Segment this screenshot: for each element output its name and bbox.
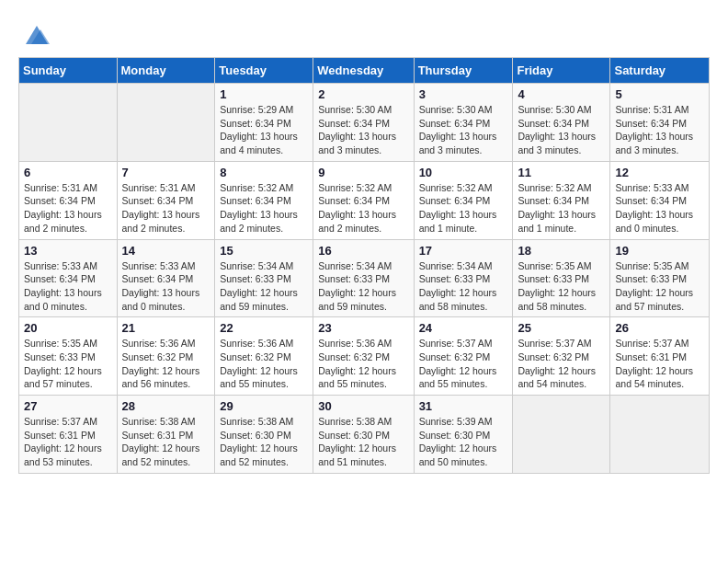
day-info: Sunrise: 5:31 AM Sunset: 6:34 PM Dayligh… xyxy=(122,181,210,236)
day-info: Sunrise: 5:29 AM Sunset: 6:34 PM Dayligh… xyxy=(220,103,308,157)
page-header xyxy=(18,18,710,48)
calendar-cell xyxy=(117,84,215,162)
day-info: Sunrise: 5:34 AM Sunset: 6:33 PM Dayligh… xyxy=(318,259,408,314)
day-number: 9 xyxy=(318,166,408,179)
day-number: 11 xyxy=(518,166,605,179)
calendar-cell: 1Sunrise: 5:29 AM Sunset: 6:34 PM Daylig… xyxy=(215,84,313,162)
day-info: Sunrise: 5:31 AM Sunset: 6:34 PM Dayligh… xyxy=(24,181,112,236)
day-info: Sunrise: 5:39 AM Sunset: 6:30 PM Dayligh… xyxy=(419,415,508,469)
calendar-week-row: 1Sunrise: 5:29 AM Sunset: 6:34 PM Daylig… xyxy=(19,84,710,162)
day-info: Sunrise: 5:31 AM Sunset: 6:34 PM Dayligh… xyxy=(615,103,704,157)
day-number: 2 xyxy=(318,87,408,101)
day-info: Sunrise: 5:32 AM Sunset: 6:34 PM Dayligh… xyxy=(220,181,308,236)
calendar-cell: 31Sunrise: 5:39 AM Sunset: 6:30 PM Dayli… xyxy=(414,396,513,474)
day-number: 29 xyxy=(220,399,308,413)
calendar-cell: 14Sunrise: 5:33 AM Sunset: 6:34 PM Dayli… xyxy=(117,239,215,317)
calendar-cell: 12Sunrise: 5:33 AM Sunset: 6:34 PM Dayli… xyxy=(610,161,710,239)
calendar-cell: 18Sunrise: 5:35 AM Sunset: 6:33 PM Dayli… xyxy=(513,239,610,317)
calendar-cell: 7Sunrise: 5:31 AM Sunset: 6:34 PM Daylig… xyxy=(117,161,215,239)
calendar-cell: 24Sunrise: 5:37 AM Sunset: 6:32 PM Dayli… xyxy=(414,317,513,396)
day-number: 31 xyxy=(419,399,508,413)
day-info: Sunrise: 5:37 AM Sunset: 6:31 PM Dayligh… xyxy=(615,337,704,391)
day-number: 27 xyxy=(24,399,112,413)
calendar-cell: 10Sunrise: 5:32 AM Sunset: 6:34 PM Dayli… xyxy=(414,161,513,239)
calendar-body: 1Sunrise: 5:29 AM Sunset: 6:34 PM Daylig… xyxy=(19,84,710,474)
calendar-cell: 9Sunrise: 5:32 AM Sunset: 6:34 PM Daylig… xyxy=(313,161,414,239)
day-number: 17 xyxy=(419,244,508,258)
calendar-cell: 26Sunrise: 5:37 AM Sunset: 6:31 PM Dayli… xyxy=(610,317,710,396)
day-info: Sunrise: 5:37 AM Sunset: 6:31 PM Dayligh… xyxy=(24,415,112,469)
calendar-cell xyxy=(610,396,710,474)
day-info: Sunrise: 5:37 AM Sunset: 6:32 PM Dayligh… xyxy=(419,337,508,391)
day-number: 3 xyxy=(419,87,508,101)
day-info: Sunrise: 5:38 AM Sunset: 6:31 PM Dayligh… xyxy=(122,415,210,469)
day-info: Sunrise: 5:33 AM Sunset: 6:34 PM Dayligh… xyxy=(24,259,112,314)
calendar-cell: 27Sunrise: 5:37 AM Sunset: 6:31 PM Dayli… xyxy=(19,396,118,474)
calendar-cell: 29Sunrise: 5:38 AM Sunset: 6:30 PM Dayli… xyxy=(215,396,313,474)
calendar-cell: 4Sunrise: 5:30 AM Sunset: 6:34 PM Daylig… xyxy=(513,84,610,162)
day-number: 20 xyxy=(24,321,112,335)
calendar-cell xyxy=(19,84,118,162)
calendar-week-row: 13Sunrise: 5:33 AM Sunset: 6:34 PM Dayli… xyxy=(19,239,710,317)
day-info: Sunrise: 5:37 AM Sunset: 6:32 PM Dayligh… xyxy=(518,337,605,391)
day-number: 1 xyxy=(220,87,308,101)
calendar-cell: 3Sunrise: 5:30 AM Sunset: 6:34 PM Daylig… xyxy=(414,84,513,162)
calendar-cell xyxy=(513,396,610,474)
calendar-cell: 16Sunrise: 5:34 AM Sunset: 6:33 PM Dayli… xyxy=(313,239,414,317)
day-info: Sunrise: 5:34 AM Sunset: 6:33 PM Dayligh… xyxy=(419,259,508,314)
day-info: Sunrise: 5:30 AM Sunset: 6:34 PM Dayligh… xyxy=(419,103,508,157)
day-number: 7 xyxy=(122,166,210,179)
day-info: Sunrise: 5:32 AM Sunset: 6:34 PM Dayligh… xyxy=(518,181,605,236)
day-info: Sunrise: 5:35 AM Sunset: 6:33 PM Dayligh… xyxy=(615,259,704,314)
day-number: 10 xyxy=(419,166,508,179)
calendar-cell: 17Sunrise: 5:34 AM Sunset: 6:33 PM Dayli… xyxy=(414,239,513,317)
calendar-week-row: 6Sunrise: 5:31 AM Sunset: 6:34 PM Daylig… xyxy=(19,161,710,239)
day-number: 13 xyxy=(24,244,112,258)
day-info: Sunrise: 5:36 AM Sunset: 6:32 PM Dayligh… xyxy=(122,337,210,391)
calendar-cell: 2Sunrise: 5:30 AM Sunset: 6:34 PM Daylig… xyxy=(313,84,414,162)
day-info: Sunrise: 5:34 AM Sunset: 6:33 PM Dayligh… xyxy=(220,259,308,314)
calendar-cell: 6Sunrise: 5:31 AM Sunset: 6:34 PM Daylig… xyxy=(19,161,118,239)
weekday-header: Sunday xyxy=(19,58,118,84)
day-number: 28 xyxy=(122,399,210,413)
calendar-cell: 11Sunrise: 5:32 AM Sunset: 6:34 PM Dayli… xyxy=(513,161,610,239)
logo xyxy=(18,18,51,48)
day-info: Sunrise: 5:38 AM Sunset: 6:30 PM Dayligh… xyxy=(220,415,308,469)
day-info: Sunrise: 5:32 AM Sunset: 6:34 PM Dayligh… xyxy=(318,181,408,236)
weekday-header: Tuesday xyxy=(215,58,313,84)
day-info: Sunrise: 5:30 AM Sunset: 6:34 PM Dayligh… xyxy=(318,103,408,157)
day-info: Sunrise: 5:35 AM Sunset: 6:33 PM Dayligh… xyxy=(24,337,112,391)
day-info: Sunrise: 5:36 AM Sunset: 6:32 PM Dayligh… xyxy=(220,337,308,391)
day-number: 14 xyxy=(122,244,210,258)
day-number: 12 xyxy=(615,166,704,179)
calendar-cell: 25Sunrise: 5:37 AM Sunset: 6:32 PM Dayli… xyxy=(513,317,610,396)
day-number: 21 xyxy=(122,321,210,335)
calendar-cell: 5Sunrise: 5:31 AM Sunset: 6:34 PM Daylig… xyxy=(610,84,710,162)
day-info: Sunrise: 5:32 AM Sunset: 6:34 PM Dayligh… xyxy=(419,181,508,236)
calendar-cell: 21Sunrise: 5:36 AM Sunset: 6:32 PM Dayli… xyxy=(117,317,215,396)
calendar-week-row: 20Sunrise: 5:35 AM Sunset: 6:33 PM Dayli… xyxy=(19,317,710,396)
day-number: 19 xyxy=(615,244,704,258)
day-info: Sunrise: 5:35 AM Sunset: 6:33 PM Dayligh… xyxy=(518,259,605,314)
day-info: Sunrise: 5:33 AM Sunset: 6:34 PM Dayligh… xyxy=(615,181,704,236)
day-info: Sunrise: 5:36 AM Sunset: 6:32 PM Dayligh… xyxy=(318,337,408,391)
weekday-header: Thursday xyxy=(414,58,513,84)
day-number: 8 xyxy=(220,166,308,179)
day-number: 15 xyxy=(220,244,308,258)
calendar-cell: 8Sunrise: 5:32 AM Sunset: 6:34 PM Daylig… xyxy=(215,161,313,239)
day-info: Sunrise: 5:30 AM Sunset: 6:34 PM Dayligh… xyxy=(518,103,605,157)
day-number: 5 xyxy=(615,87,704,101)
calendar-week-row: 27Sunrise: 5:37 AM Sunset: 6:31 PM Dayli… xyxy=(19,396,710,474)
calendar-cell: 23Sunrise: 5:36 AM Sunset: 6:32 PM Dayli… xyxy=(313,317,414,396)
weekday-header: Friday xyxy=(513,58,610,84)
day-number: 24 xyxy=(419,321,508,335)
calendar-table: SundayMondayTuesdayWednesdayThursdayFrid… xyxy=(18,57,710,474)
calendar-cell: 20Sunrise: 5:35 AM Sunset: 6:33 PM Dayli… xyxy=(19,317,118,396)
day-number: 25 xyxy=(518,321,605,335)
day-number: 4 xyxy=(518,87,605,101)
day-number: 23 xyxy=(318,321,408,335)
calendar-cell: 30Sunrise: 5:38 AM Sunset: 6:30 PM Dayli… xyxy=(313,396,414,474)
day-number: 18 xyxy=(518,244,605,258)
calendar-cell: 13Sunrise: 5:33 AM Sunset: 6:34 PM Dayli… xyxy=(19,239,118,317)
calendar-header: SundayMondayTuesdayWednesdayThursdayFrid… xyxy=(19,58,710,84)
